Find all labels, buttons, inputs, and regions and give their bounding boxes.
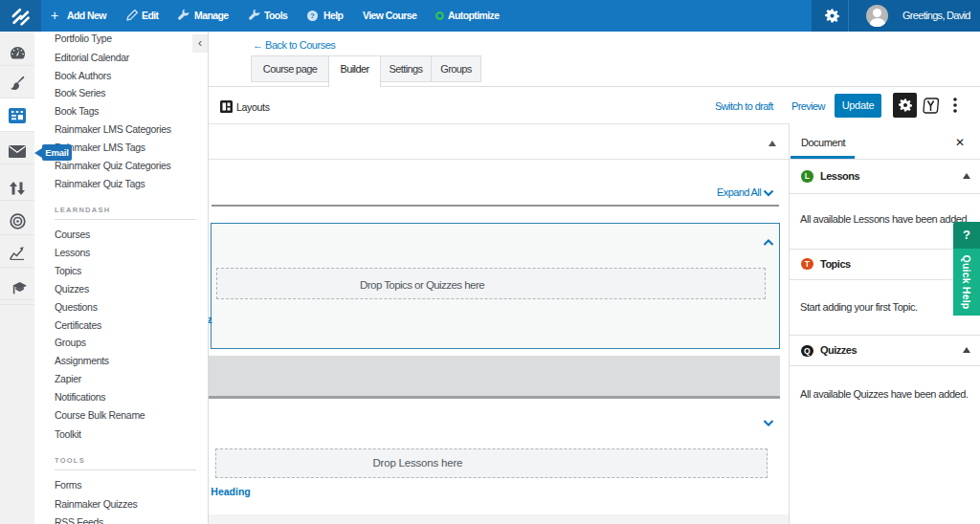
svg-text:?: ? [310, 11, 315, 20]
